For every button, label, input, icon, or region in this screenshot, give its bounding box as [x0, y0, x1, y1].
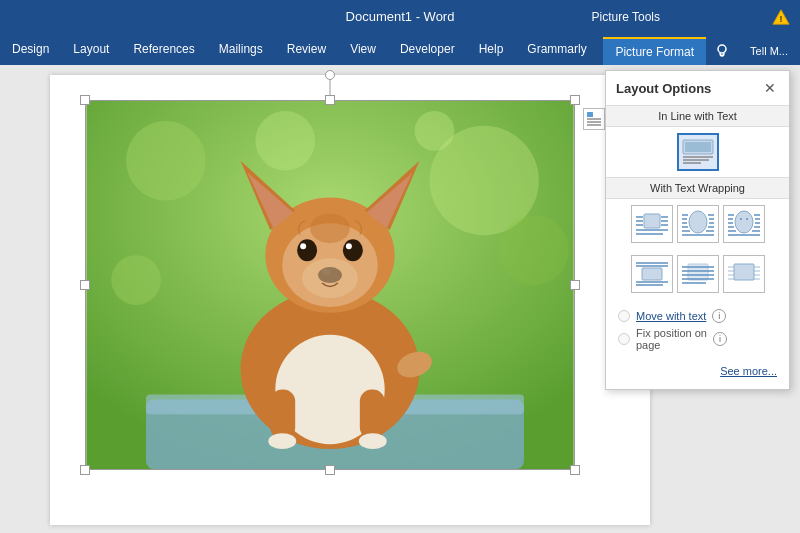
tab-developer[interactable]: Developer	[388, 33, 467, 65]
panel-title: Layout Options	[616, 81, 711, 96]
move-with-text-info-icon[interactable]: i	[712, 309, 726, 323]
behind-text-wrap-option[interactable]	[677, 255, 719, 293]
tab-picture-format[interactable]: Picture Format	[603, 37, 706, 65]
image-container[interactable]	[85, 100, 575, 470]
tab-review[interactable]: Review	[275, 33, 338, 65]
svg-point-33	[310, 213, 350, 243]
fix-position-radio[interactable]	[618, 333, 630, 345]
svg-rect-20	[360, 389, 385, 439]
inline-options-row	[606, 127, 789, 177]
handle-left-mid[interactable]	[80, 280, 90, 290]
close-button[interactable]: ✕	[761, 79, 779, 97]
svg-point-11	[255, 111, 315, 171]
ribbon-tabs: Design Layout References Mailings Review…	[0, 33, 800, 65]
title-bar: Document1 - Word Picture Tools !	[0, 0, 800, 33]
document-title: Document1 - Word	[346, 9, 455, 24]
document-area: Layout Options ✕ In Line with Text With …	[0, 65, 800, 533]
handle-bottom-mid[interactable]	[325, 465, 335, 475]
tab-help[interactable]: Help	[467, 33, 516, 65]
inline-section-label: In Line with Text	[606, 105, 789, 127]
wrapping-section-label: With Text Wrapping	[606, 177, 789, 199]
svg-text:!: !	[780, 13, 783, 23]
svg-rect-40	[644, 214, 660, 228]
layout-options-icon-button[interactable]	[583, 108, 605, 130]
handle-right-mid[interactable]	[570, 280, 580, 290]
svg-rect-90	[734, 264, 754, 280]
tab-design[interactable]: Design	[0, 33, 61, 65]
svg-rect-7	[587, 124, 601, 126]
svg-rect-4	[587, 112, 593, 117]
svg-point-13	[111, 255, 161, 305]
svg-rect-5	[587, 118, 601, 120]
through-wrap-option[interactable]	[723, 205, 765, 243]
svg-point-14	[415, 111, 455, 151]
fix-position-option[interactable]: Fix position onpage i	[618, 327, 777, 351]
svg-rect-19	[270, 389, 295, 439]
svg-rect-6	[587, 121, 601, 123]
tight-wrap-option[interactable]	[677, 205, 719, 243]
tab-layout[interactable]: Layout	[61, 33, 121, 65]
handle-top-left[interactable]	[80, 95, 90, 105]
handle-bottom-right[interactable]	[570, 465, 580, 475]
svg-point-9	[126, 121, 206, 201]
move-with-text-option[interactable]: Move with text i	[618, 309, 777, 323]
move-with-text-radio[interactable]	[618, 310, 630, 322]
handle-bottom-left[interactable]	[80, 465, 90, 475]
layout-options-panel: Layout Options ✕ In Line with Text With …	[605, 70, 790, 390]
svg-point-27	[343, 239, 363, 261]
tell-me-label[interactable]: Tell M...	[738, 39, 800, 63]
svg-point-26	[297, 239, 317, 261]
picture-tools-label: Picture Tools	[582, 0, 670, 33]
square-wrap-option[interactable]	[631, 205, 673, 243]
inline-option[interactable]	[677, 133, 719, 171]
rotate-handle[interactable]	[325, 70, 335, 80]
tab-grammarly[interactable]: Grammarly	[515, 33, 598, 65]
fix-position-label: Fix position onpage	[636, 327, 707, 351]
svg-point-61	[735, 211, 753, 233]
warning-icon: !	[772, 8, 790, 26]
lightbulb-icon[interactable]	[706, 37, 738, 65]
svg-point-21	[268, 433, 296, 449]
svg-point-32	[302, 258, 358, 298]
svg-rect-36	[685, 142, 711, 152]
in-front-wrap-option[interactable]	[723, 255, 765, 293]
svg-point-29	[346, 243, 352, 249]
top-bottom-wrap-option[interactable]	[631, 255, 673, 293]
dog-image	[85, 100, 575, 470]
handle-top-right[interactable]	[570, 95, 580, 105]
fix-position-info-icon[interactable]: i	[713, 332, 727, 346]
svg-point-28	[300, 243, 306, 249]
tab-mailings[interactable]: Mailings	[207, 33, 275, 65]
position-options: Move with text i Fix position onpage i	[606, 299, 789, 361]
move-with-text-label: Move with text	[636, 310, 706, 322]
svg-point-12	[499, 215, 569, 285]
right-tabs: Picture Format Tell M...	[603, 37, 800, 65]
wrapping-row-1	[606, 199, 789, 249]
handle-top-mid[interactable]	[325, 95, 335, 105]
svg-point-2	[718, 45, 726, 53]
svg-point-49	[689, 211, 707, 233]
panel-header: Layout Options ✕	[606, 71, 789, 105]
see-more-link[interactable]: See more...	[606, 361, 789, 379]
wrapping-row-2	[606, 249, 789, 299]
tab-references[interactable]: References	[121, 33, 206, 65]
svg-rect-75	[642, 268, 662, 280]
svg-point-22	[359, 433, 387, 449]
tab-view[interactable]: View	[338, 33, 388, 65]
